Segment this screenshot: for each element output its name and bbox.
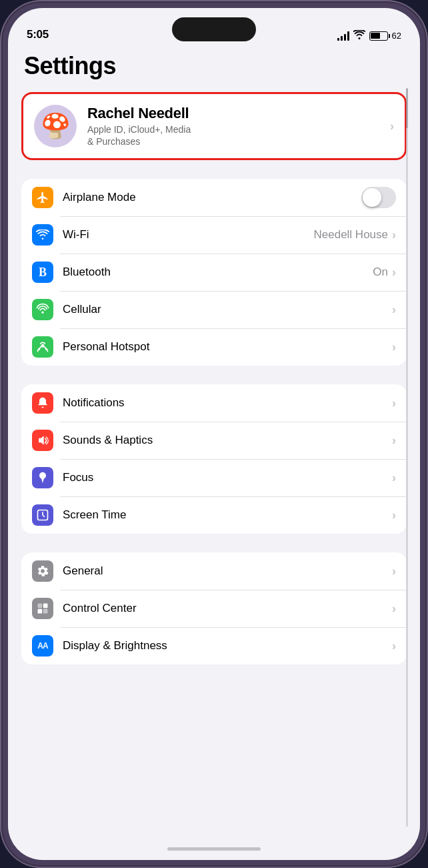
svg-rect-7	[43, 609, 48, 614]
wifi-chevron-icon: ›	[392, 228, 396, 242]
display-brightness-icon: AA	[32, 635, 53, 657]
wifi-row[interactable]: Wi-Fi Needell House ›	[21, 216, 407, 254]
cellular-icon	[32, 299, 53, 320]
personal-hotspot-row[interactable]: Personal Hotspot ›	[21, 328, 407, 366]
notifications-row[interactable]: Notifications ›	[21, 384, 407, 422]
wifi-icon	[32, 224, 53, 246]
display-brightness-row[interactable]: AA Display & Brightness ›	[21, 627, 407, 665]
sounds-haptics-icon	[32, 430, 53, 451]
scroll-content[interactable]: Settings 🍄 Rachel Needell Apple ID, iClo…	[8, 47, 420, 837]
wifi-right: Needell House ›	[313, 228, 396, 242]
bluetooth-right: On ›	[373, 266, 396, 280]
wifi-value: Needell House	[313, 228, 388, 242]
page-title: Settings	[21, 52, 407, 80]
svg-rect-4	[38, 604, 43, 608]
airplane-mode-row[interactable]: Airplane Mode	[21, 179, 407, 216]
dynamic-island	[172, 17, 256, 41]
scroll-track	[406, 88, 408, 827]
airplane-mode-toggle[interactable]	[361, 187, 396, 208]
svg-point-0	[41, 312, 43, 314]
profile-chevron-icon: ›	[390, 119, 394, 133]
control-center-label: Control Center	[63, 602, 383, 615]
general-chevron-icon: ›	[392, 564, 396, 578]
bluetooth-value: On	[373, 266, 388, 279]
display-brightness-chevron-icon: ›	[392, 639, 396, 653]
home-bar	[167, 847, 261, 851]
sounds-haptics-row[interactable]: Sounds & Haptics ›	[21, 422, 407, 459]
control-center-icon	[32, 598, 53, 619]
general-row[interactable]: General ›	[21, 552, 407, 590]
bluetooth-label: Bluetooth	[63, 266, 363, 279]
signal-strength-icon	[337, 31, 349, 41]
profile-subtitle: Apple ID, iCloud+, Media& Purchases	[87, 123, 379, 147]
notifications-label: Notifications	[63, 396, 383, 410]
svg-marker-2	[39, 436, 43, 445]
screen-time-icon	[32, 504, 53, 526]
airplane-mode-label: Airplane Mode	[63, 191, 352, 204]
status-icons: 62	[337, 30, 401, 41]
general-icon	[32, 560, 53, 582]
svg-rect-5	[43, 604, 48, 608]
notifications-chevron-icon: ›	[392, 396, 396, 410]
control-center-chevron-icon: ›	[392, 602, 396, 616]
focus-label: Focus	[63, 471, 383, 484]
wifi-status-icon	[353, 30, 365, 41]
control-center-row[interactable]: Control Center ›	[21, 590, 407, 627]
home-indicator	[8, 837, 420, 860]
battery-icon	[369, 31, 388, 41]
screen-time-label: Screen Time	[63, 508, 383, 522]
display-brightness-label: Display & Brightness	[63, 639, 383, 653]
status-time: 5:05	[27, 28, 49, 41]
screen-time-chevron-icon: ›	[392, 508, 396, 522]
personal-hotspot-chevron-icon: ›	[392, 340, 396, 354]
screen-time-row[interactable]: Screen Time ›	[21, 496, 407, 534]
sounds-haptics-chevron-icon: ›	[392, 434, 396, 448]
wifi-label: Wi-Fi	[63, 228, 304, 242]
bluetooth-icon: B	[32, 262, 53, 283]
notifications-icon	[32, 392, 53, 414]
cellular-label: Cellular	[63, 303, 383, 316]
focus-row[interactable]: Focus ›	[21, 459, 407, 496]
battery-percent: 62	[392, 31, 401, 41]
profile-name: Rachel Needell	[87, 105, 379, 122]
phone-shell: 5:05	[0, 0, 428, 868]
battery-fill	[371, 33, 380, 39]
profile-card[interactable]: 🍄 Rachel Needell Apple ID, iCloud+, Medi…	[21, 92, 407, 160]
phone-screen: 5:05	[8, 8, 420, 860]
personal-hotspot-label: Personal Hotspot	[63, 340, 383, 354]
personal-hotspot-icon	[32, 336, 53, 358]
profile-info: Rachel Needell Apple ID, iCloud+, Media&…	[87, 105, 379, 147]
sounds-haptics-label: Sounds & Haptics	[63, 434, 383, 447]
notifications-group: Notifications › Sounds & Haptics ›	[21, 384, 407, 534]
scroll-thumb	[406, 88, 408, 128]
focus-chevron-icon: ›	[392, 471, 396, 485]
connectivity-group: Airplane Mode Wi-Fi	[21, 179, 407, 366]
focus-icon	[32, 467, 53, 488]
general-label: General	[63, 564, 383, 578]
bluetooth-row[interactable]: B Bluetooth On ›	[21, 254, 407, 291]
avatar: 🍄	[34, 105, 77, 147]
general-group: General › Control Center ›	[21, 552, 407, 665]
bluetooth-chevron-icon: ›	[392, 266, 396, 280]
airplane-mode-icon	[32, 187, 53, 208]
cellular-chevron-icon: ›	[392, 303, 396, 317]
svg-rect-6	[38, 609, 43, 614]
cellular-row[interactable]: Cellular ›	[21, 291, 407, 328]
